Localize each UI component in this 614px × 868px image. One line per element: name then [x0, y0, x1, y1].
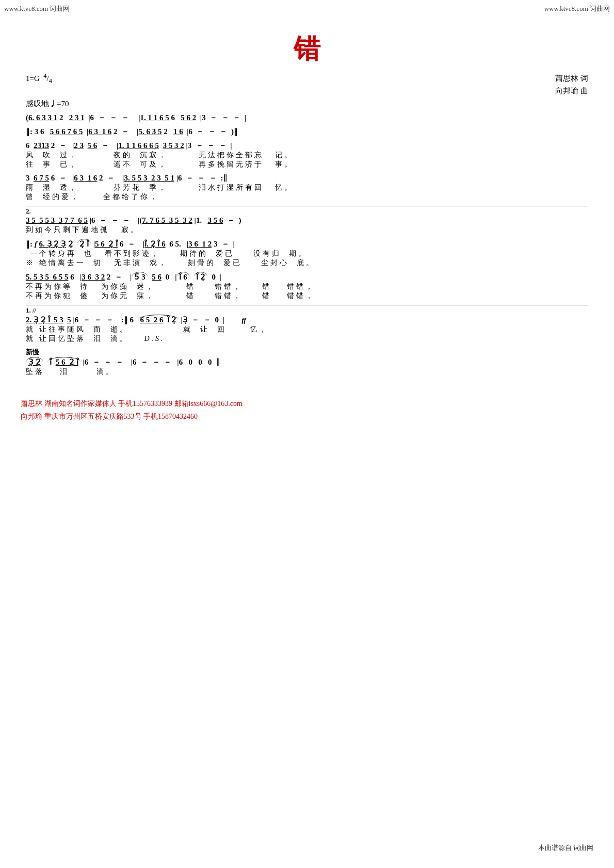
- header-left: www.ktvc8.com 词曲网: [4, 4, 70, 13]
- key-time: 1=G 4/4: [26, 72, 52, 85]
- score-line-6: ‖: f 6. 3̣ 2̣ 3̣ 2̣ 2̣ i̊ |5 6 2̣ i̊ 6 －…: [26, 239, 588, 268]
- song-title: 错: [21, 31, 593, 67]
- footer-right: 本曲谱源自 词曲网: [538, 843, 593, 853]
- score-line-2: ‖: 3 6 5 6 6 7 6 5 |6 3 1 6 2 － |5. 6 3 …: [26, 127, 588, 137]
- score-line-4: 3 6 7 5 6 － |6 3 1 6 2 － |3. 5 5 3 2 3 5…: [26, 173, 588, 202]
- score-line-1: (6. 6 3 3 1 2 2 3 1 |6 － － － |1. 1 1 6 5…: [26, 113, 588, 123]
- composer-info: 蕭思林 词 向邦瑜 曲: [555, 72, 588, 97]
- score-line-8: 1. // 2. 3̣ 2̣ i̊ 5 3 5 |6 － － － :‖ 6 6 …: [26, 306, 588, 343]
- score-line-5: 2. 3 5 5 5 3 3 7 7 6 5 |6 － － － |(7. 7 6…: [26, 207, 588, 235]
- tempo-marking: 感叹地♩=70: [26, 99, 588, 109]
- score-line-9: 新慢 3̣ 2̣ i̊ 5 6 2̣ i̊ |6 － － － |6 － － － …: [26, 348, 588, 376]
- header-right: www.ktvc8.com 词曲网: [544, 4, 610, 13]
- score-line-7: 5. 5 3 5 6 5 5 6 |3 6 3 2 2 － |5̄ 3 5 6 …: [26, 272, 588, 301]
- footer-info: 蕭思林 湖南知名词作家媒体人 手机15576333939 邮箱lsxs666@1…: [21, 397, 593, 423]
- score-line-3: 6 2313 2 － |2 3 5 6 － |1. 1 1 6 6 6 5 3 …: [26, 141, 588, 169]
